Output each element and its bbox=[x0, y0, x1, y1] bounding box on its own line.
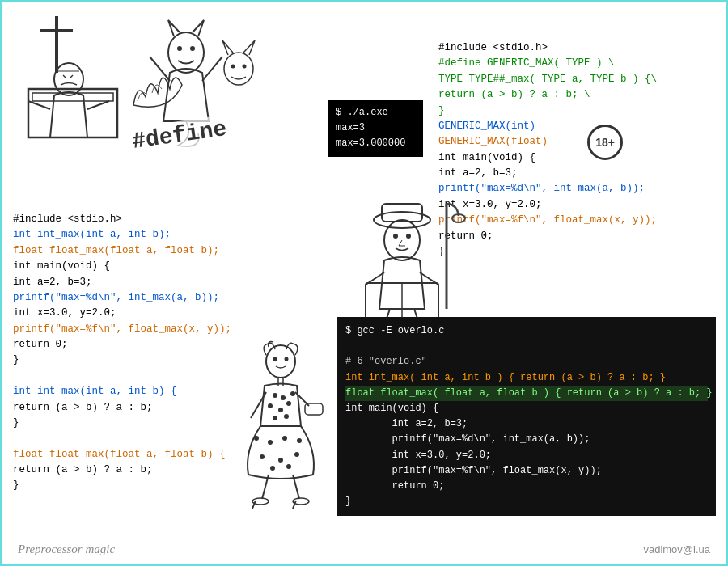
svg-point-32 bbox=[273, 357, 277, 361]
svg-point-33 bbox=[285, 357, 289, 361]
svg-point-48 bbox=[260, 454, 265, 459]
age-badge: 18+ bbox=[587, 125, 623, 160]
svg-point-42 bbox=[284, 414, 289, 419]
right-line11: int x=3.0, y=2.0; bbox=[438, 197, 657, 213]
term-bottom-line12: } bbox=[345, 494, 708, 509]
svg-line-9 bbox=[87, 101, 109, 109]
term-bottom-line8: printf("max=%d\n", int_max(a, b)); bbox=[345, 432, 708, 447]
svg-line-6 bbox=[70, 75, 73, 78]
svg-line-53 bbox=[251, 392, 266, 418]
right-line5: } bbox=[438, 103, 657, 119]
left-code-line18: } bbox=[13, 478, 231, 493]
reading-figure bbox=[337, 196, 467, 321]
right-line10: printf("max=%d\n", int_max(a, b)); bbox=[438, 181, 657, 196]
terminal-bottom: $ gcc -E overlo.c # 6 "overlo.c" int int… bbox=[337, 317, 716, 516]
svg-point-22 bbox=[406, 234, 411, 239]
left-code-line9: return 0; bbox=[13, 337, 231, 353]
svg-point-38 bbox=[268, 403, 273, 408]
right-line12: printf("max=%f\n", float_max(x, y)); bbox=[438, 213, 657, 228]
right-line14: } bbox=[438, 244, 657, 260]
term-bottom-line2 bbox=[345, 339, 708, 354]
church-illustration bbox=[8, 8, 299, 194]
svg-line-14 bbox=[202, 57, 222, 81]
svg-point-4 bbox=[54, 63, 83, 95]
left-code-line16: float float_max(float a, float b) { bbox=[13, 447, 231, 463]
left-code-line13: return (a > b) ? a : b; bbox=[13, 400, 231, 416]
svg-point-16 bbox=[231, 65, 235, 69]
svg-point-37 bbox=[281, 395, 286, 400]
left-code-line12: int int_max(int a, int b) { bbox=[13, 384, 231, 399]
left-code-line1: #include <stdio.h> bbox=[13, 212, 231, 227]
right-line13: return 0; bbox=[438, 229, 657, 244]
term-bottom-line3: # 6 "overlo.c" bbox=[345, 354, 708, 370]
left-code-line14: } bbox=[13, 416, 231, 431]
left-code-line17: return (a > b) ? a : b; bbox=[13, 463, 231, 478]
svg-point-39 bbox=[278, 408, 283, 412]
term-bottom-line4: int int_max( int a, int b ) { return (a … bbox=[345, 370, 708, 386]
right-code-block: #include <stdio.h> #define GENERIC_MAX( … bbox=[438, 40, 657, 260]
left-code-line2: int int_max(int a, int b); bbox=[13, 227, 231, 243]
terminal-top-line2: max=3 bbox=[336, 120, 415, 136]
svg-line-13 bbox=[150, 57, 170, 81]
left-code-line4: int main(void) { bbox=[13, 259, 231, 274]
term-bottom-line6: int main(void) { bbox=[345, 401, 708, 416]
svg-point-49 bbox=[278, 458, 283, 463]
svg-point-11 bbox=[177, 46, 182, 51]
term-bottom-line7: int a=2, b=3; bbox=[345, 416, 708, 432]
left-code-line6: printf("max=%d\n", int_max(a, b)); bbox=[13, 290, 231, 306]
right-line9: int a=2, b=3; bbox=[438, 166, 657, 181]
fashion-figure bbox=[228, 337, 333, 515]
term-bottom-line9: int x=3.0, y=2.0; bbox=[345, 448, 708, 463]
left-code-line3: float float_max(float a, float b); bbox=[13, 243, 231, 259]
svg-rect-2 bbox=[28, 89, 117, 137]
footer-email: vadimov@i.ua bbox=[643, 543, 710, 555]
terminal-top: $ ./a.exe max=3 max=3.000000 bbox=[328, 100, 423, 157]
svg-point-52 bbox=[286, 464, 291, 469]
svg-point-44 bbox=[254, 436, 259, 441]
svg-point-40 bbox=[286, 401, 291, 406]
right-line8: int main(void) { bbox=[438, 150, 657, 166]
term-bottom-line11: return 0; bbox=[345, 479, 708, 494]
svg-point-36 bbox=[273, 393, 277, 398]
svg-point-51 bbox=[270, 466, 275, 471]
svg-point-10 bbox=[168, 32, 204, 73]
svg-point-46 bbox=[282, 436, 287, 441]
right-line1: #include <stdio.h> bbox=[438, 40, 657, 56]
right-line6: GENERIC_MAX(int) bbox=[438, 119, 657, 134]
svg-point-41 bbox=[273, 416, 277, 420]
svg-point-12 bbox=[190, 46, 195, 51]
svg-line-8 bbox=[28, 101, 50, 109]
svg-line-5 bbox=[63, 75, 66, 78]
svg-point-43 bbox=[290, 391, 295, 396]
left-code-line5: int a=2, b=3; bbox=[13, 275, 231, 290]
right-line2: #define GENERIC_MAX( TYPE ) \ bbox=[438, 56, 657, 71]
svg-point-21 bbox=[393, 234, 398, 239]
left-code-line8: printf("max=%f\n", float_max(x, y)); bbox=[13, 322, 231, 337]
terminal-top-line1: $ ./a.exe bbox=[336, 105, 415, 120]
left-code-block: #include <stdio.h> int int_max(int a, in… bbox=[13, 212, 231, 494]
term-bottom-line1: $ gcc -E overlo.c bbox=[345, 323, 708, 339]
left-code-line10: } bbox=[13, 353, 231, 368]
term-bottom-line5: float float_max( float a, float b ) { re… bbox=[345, 386, 708, 401]
right-line3: TYPE TYPE##_max( TYPE a, TYPE b ) {\ bbox=[438, 72, 657, 87]
svg-point-47 bbox=[297, 438, 302, 443]
footer-title: Preprocessor magic bbox=[18, 543, 115, 556]
svg-point-17 bbox=[243, 65, 247, 69]
term-bottom-line10: printf("max=%f\n", float_max(x, y)); bbox=[345, 463, 708, 479]
footer: Preprocessor magic vadimov@i.ua bbox=[2, 534, 726, 564]
terminal-top-line3: max=3.000000 bbox=[336, 136, 415, 151]
left-code-line7: int x=3.0, y=2.0; bbox=[13, 306, 231, 321]
svg-point-31 bbox=[266, 345, 295, 378]
right-line7: GENERIC_MAX(float) bbox=[438, 134, 657, 150]
svg-point-45 bbox=[268, 440, 273, 445]
svg-point-50 bbox=[294, 452, 299, 457]
right-line4: return (a > b) ? a : b; \ bbox=[438, 87, 657, 103]
svg-point-15 bbox=[224, 53, 253, 85]
